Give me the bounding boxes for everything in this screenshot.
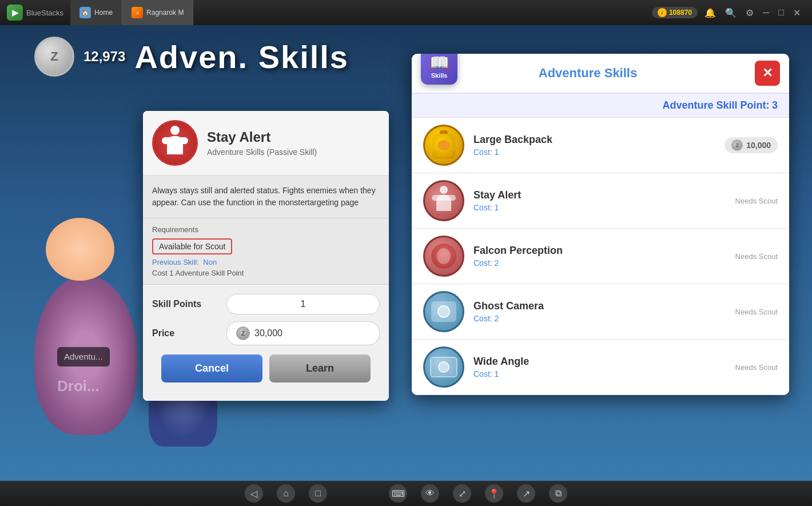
skill-item-cost-3: Cost: 2 [473, 314, 726, 323]
backpack-body [432, 134, 455, 159]
price-value-wrap: Z 30,000 [226, 321, 380, 345]
skill-points-label: Skill Points [152, 299, 226, 309]
panel-title-area: Adventure Skills [421, 61, 755, 85]
popup-skill-icon [152, 120, 198, 166]
learn-button[interactable]: Learn [269, 354, 371, 383]
coin-icon: 💰 [658, 8, 667, 17]
share-button[interactable]: ↗ [517, 484, 535, 503]
needs-scout-1: Needs Scout [735, 197, 778, 205]
bluestacks-icon: ▶ [7, 5, 23, 21]
wide-angle-icon [423, 346, 464, 388]
panel-title: Adventure Skills [421, 66, 755, 81]
home-nav-button[interactable]: ⌂ [277, 484, 295, 503]
recent-apps-button[interactable]: □ [309, 484, 327, 503]
expand-button[interactable]: ⤢ [453, 484, 471, 503]
keyboard-button[interactable]: ⌨ [389, 484, 407, 503]
notification-icon[interactable]: 🔔 [702, 5, 718, 21]
panel-header: 📖 Skills Adventure Skills ✕ [412, 54, 789, 94]
home-tab-label: Home [94, 9, 113, 17]
settings-icon[interactable]: ⚙ [743, 5, 756, 21]
skill-item-info-falcon: Falcon Perception Cost: 2 [473, 245, 726, 268]
bottom-taskbar: ◁ ⌂ □ ⌨ 👁 ⤢ 📍 ↗ ⧉ [0, 481, 812, 506]
panel-points: Adventure Skill Point: 3 [412, 94, 789, 118]
popup-buttons: Cancel Learn [152, 354, 380, 392]
adventure-point-value: 3 [772, 99, 778, 111]
search-icon[interactable]: 🔍 [723, 5, 739, 21]
crop-button[interactable]: ⧉ [549, 484, 567, 503]
cost-text: Cost 1 Adventure Skill Point [152, 269, 380, 277]
back-button[interactable]: ◁ [245, 484, 263, 503]
falcon-icon [423, 236, 464, 277]
recent-apps-icon: □ [315, 488, 321, 499]
share-icon: ↗ [523, 488, 530, 499]
needs-scout-4: Needs Scout [735, 363, 778, 372]
camera-container [429, 299, 459, 324]
game-background: Z 12,973 Adven. Skills Adventu... Droi..… [0, 25, 812, 481]
skill-detail-popup: Stay Alert Adventure Skills (Passive Ski… [143, 111, 389, 401]
skill-item-ghost-camera[interactable]: Ghost Camera Cost: 2 Needs Scout [412, 284, 789, 340]
price-z-icon: Z [236, 326, 250, 340]
skill-item-wide-angle[interactable]: Wide Angle Cost: 1 Needs Scout [412, 340, 789, 395]
needs-scout-3: Needs Scout [735, 308, 778, 316]
tab-home[interactable]: 🏠 Home [70, 0, 122, 25]
tab-ragnarok[interactable]: ⚔ Ragnarok M [122, 0, 193, 25]
large-backpack-icon [423, 125, 464, 166]
price-row: Price Z 30,000 [152, 321, 380, 345]
expand-icon: ⤢ [459, 488, 466, 499]
skills-icon-label: Skills [429, 72, 449, 79]
game-title-banner: Z 12,973 Adven. Skills [34, 37, 349, 77]
minimize-button[interactable]: ─ [761, 5, 771, 20]
skill-item-falcon-perception[interactable]: Falcon Perception Cost: 2 Needs Scout [412, 229, 789, 284]
skill-item-name-2: Falcon Perception [473, 245, 726, 257]
crop-icon: ⧉ [555, 488, 562, 499]
skill-item-name-1: Stay Alert [473, 189, 726, 201]
adventure-label-box: Adventu... [57, 347, 110, 366]
skill-item-name-3: Ghost Camera [473, 300, 726, 312]
skill-item-cost-4: Cost: 1 [473, 369, 726, 378]
adventure-skills-panel: 📖 Skills Adventure Skills ✕ Adventure Sk… [412, 54, 789, 395]
app-name: BlueStacks [26, 9, 63, 17]
popup-header: Stay Alert Adventure Skills (Passive Ski… [143, 111, 389, 176]
location-button[interactable]: 📍 [485, 484, 503, 503]
skill-item-name-4: Wide Angle [473, 356, 726, 368]
requirements-title: Requirements [152, 225, 380, 234]
cancel-button[interactable]: Cancel [161, 354, 262, 383]
popup-stats: Skill Points 1 Price Z 30,000 Cancel Lea… [143, 285, 389, 401]
skill-icon-arms [162, 137, 188, 144]
popup-skill-type: Adventure Skills (Passive Skill) [207, 148, 317, 157]
price-amount: 30,000 [254, 328, 282, 338]
popup-skill-info: Stay Alert Adventure Skills (Passive Ski… [207, 129, 317, 157]
cost-z-icon: Z [731, 140, 743, 151]
skill-item-info-camera: Ghost Camera Cost: 2 [473, 300, 726, 323]
skill-item-info-wide: Wide Angle Cost: 1 [473, 356, 726, 378]
popup-description: Always stays still and alerted status. F… [143, 176, 389, 218]
wide-angle-container [429, 354, 459, 380]
cost-badge-0: Z 10,000 [725, 137, 778, 153]
screen-button[interactable]: 👁 [421, 484, 439, 503]
taskbar-right: 💰 108870 🔔 🔍 ⚙ ─ □ ✕ [652, 5, 812, 21]
home-nav-icon: ⌂ [283, 488, 289, 499]
skill-item-right-4: Needs Scout [735, 363, 778, 372]
taskbar: ▶ BlueStacks 🏠 Home ⚔ Ragnarok M 💰 10887… [0, 0, 812, 25]
home-tab-icon: 🏠 [79, 7, 91, 18]
wide-angle-shape [430, 357, 457, 377]
alert-figure [432, 186, 456, 216]
skill-item-right-0: Z 10,000 [725, 137, 778, 153]
panel-close-button[interactable]: ✕ [755, 61, 780, 86]
close-button[interactable]: ✕ [791, 5, 803, 21]
stay-alert-icon [423, 180, 464, 221]
adventure-label: Adventu... [64, 352, 103, 361]
skill-icon-figure [161, 126, 189, 160]
droid-text: Droi... [57, 377, 99, 395]
droid-text-area: Droi... [57, 377, 99, 395]
skill-item-large-backpack[interactable]: Large Backpack Cost: 1 Z 10,000 [412, 118, 789, 173]
skill-item-stay-alert[interactable]: Stay Alert Cost: 1 Needs Scout [412, 173, 789, 229]
popup-skill-name: Stay Alert [207, 129, 317, 145]
skill-points-input: 1 [226, 294, 380, 314]
location-icon: 📍 [488, 488, 500, 499]
skill-item-cost-2: Cost: 2 [473, 258, 726, 268]
skills-icon-inner: 📖 Skills [429, 54, 449, 79]
restore-button[interactable]: □ [776, 5, 786, 20]
falcon-shape [431, 244, 456, 269]
camera-shape [431, 301, 456, 322]
